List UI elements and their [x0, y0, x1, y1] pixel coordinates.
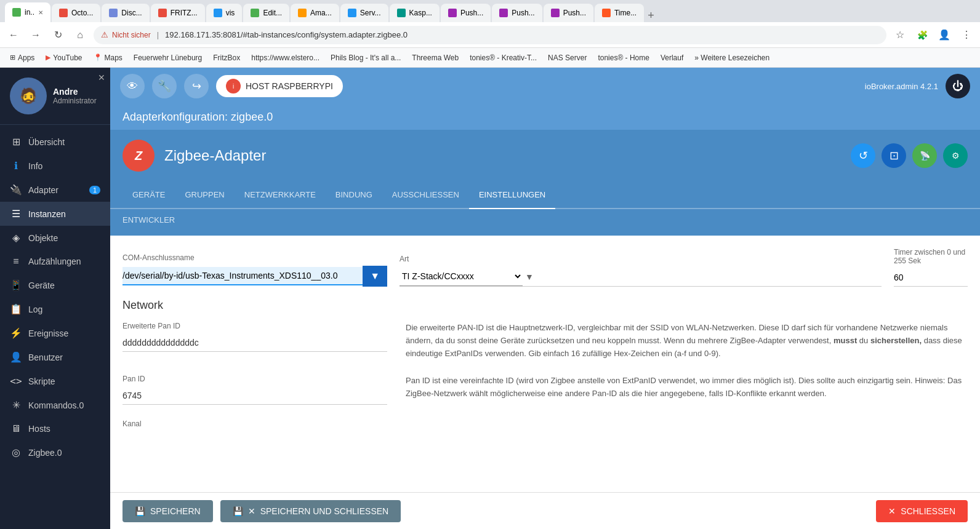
layout-btn[interactable]: ⊡	[882, 143, 906, 168]
close-button[interactable]: ✕ SCHLIESSEN	[876, 500, 968, 522]
bookmark-maps[interactable]: 📍 Maps	[89, 52, 127, 64]
tab-fritz[interactable]: FRITZ...	[151, 4, 205, 22]
tab-vis[interactable]: vis	[206, 4, 243, 22]
sidebar-item-instanzen[interactable]: ☰ Instanzen	[0, 202, 110, 226]
extensions-btn[interactable]: 🧩	[914, 26, 931, 44]
skripte-icon: <>	[10, 375, 22, 387]
tab-kasp[interactable]: Kasp...	[390, 4, 440, 22]
sidebar-label-instanzen: Instanzen	[28, 209, 66, 219]
bookmark-tonies1[interactable]: tonies® - Kreativ-T...	[465, 52, 542, 64]
home-btn[interactable]: ⌂	[71, 26, 89, 44]
bookmark-feuerwehr[interactable]: Feuerwehr Lüneburg	[129, 52, 207, 64]
address-input[interactable]: ⚠ Nicht sicher | 192.168.171.35:8081/#ta…	[94, 26, 886, 44]
back-btn[interactable]: ←	[5, 26, 22, 44]
tab-push3[interactable]: Push...	[544, 4, 593, 22]
bookmark-youtube[interactable]: ▶ YouTube	[41, 52, 87, 64]
host-btn[interactable]: i HOST RASPBERRYPI	[216, 75, 343, 97]
bookmark-phils[interactable]: Phils Blog - It's all a...	[326, 52, 406, 64]
sidebar-item-kommandos[interactable]: ✳ Kommandos.0	[0, 393, 110, 417]
sidebar-item-hosts[interactable]: 🖥 Hosts	[0, 417, 110, 440]
save-button[interactable]: 💾 SPEICHERN	[122, 500, 213, 522]
sidebar-item-info[interactable]: ℹ Info	[0, 154, 110, 178]
refresh-adapter-btn[interactable]: ↺	[851, 143, 875, 168]
sidebar-item-objekte[interactable]: ◈ Objekte	[0, 226, 110, 250]
art-label: Art	[400, 255, 882, 263]
tab-push1[interactable]: Push...	[441, 4, 491, 22]
menu-btn[interactable]: ⋮	[958, 26, 975, 44]
tab-netzwerkkarte[interactable]: NETZWERKKARTE	[235, 181, 326, 209]
sidebar-item-adapter[interactable]: 🔌 Adapter 1	[0, 178, 110, 202]
sidebar-item-zigbee[interactable]: ◎ Zigbee.0	[0, 440, 110, 464]
tab-octo[interactable]: Octo...	[52, 4, 100, 22]
sidebar-item-aufzaehlungen[interactable]: ≡ Aufzählungen	[0, 250, 110, 273]
bookmark-threema[interactable]: Threema Web	[407, 52, 464, 64]
bookmark-more[interactable]: » Weitere Lesezeichen	[689, 52, 774, 64]
bookmark-nas[interactable]: NAS Server	[543, 52, 592, 64]
kanal-row: Kanal	[122, 420, 968, 432]
geraete-icon: 📱	[10, 279, 22, 291]
art-group: Art TI Z-Stack/CCxxxx ZNP ▼	[400, 255, 882, 287]
bottom-bar: 💾 SPEICHERN 💾 ✕ SPEICHERN UND SCHLIESSEN…	[110, 492, 980, 529]
address-url-text: 192.168.171.35:8081/#tab-instances/confi…	[165, 30, 408, 39]
tab-push2[interactable]: Push...	[492, 4, 542, 22]
sidebar-item-geraete[interactable]: 📱 Geräte	[0, 273, 110, 297]
bookmark-tonies2[interactable]: tonies® - Home	[593, 52, 654, 64]
broadcast-btn[interactable]: 📡	[912, 143, 937, 168]
tab-server[interactable]: Serv...	[340, 4, 388, 22]
reload-btn[interactable]: ↻	[49, 26, 66, 44]
aufzaehlungen-icon: ≡	[10, 256, 22, 267]
tab-geraete[interactable]: GERÄTE	[122, 181, 175, 209]
bookmark-fritzbox[interactable]: FritzBox	[208, 52, 245, 64]
tab-bindung[interactable]: BINDUNG	[326, 181, 382, 209]
sidebar-label-ereignisse: Ereignisse	[28, 328, 68, 338]
tab-ausschliessen[interactable]: AUSSCHLIESSEN	[382, 181, 469, 209]
tab-entwickler[interactable]: ENTWICKLER	[122, 209, 175, 232]
com-label: COM-Anschlussname	[122, 253, 387, 262]
new-tab-btn[interactable]: +	[648, 9, 654, 22]
forward-btn[interactable]: →	[27, 26, 44, 44]
wrench-btn[interactable]: 🔧	[152, 74, 177, 98]
objekte-icon: ◈	[10, 232, 22, 244]
bookmark-elstero[interactable]: https://www.elstero...	[246, 52, 324, 64]
tab-iobroker[interactable]: in.. ✕	[5, 2, 50, 22]
sidebar-close-btn[interactable]: ✕	[98, 73, 105, 82]
tab-disc[interactable]: Disc...	[102, 4, 149, 22]
tab-einstellungen[interactable]: EINSTELLUNGEN	[469, 181, 555, 209]
tab-edit[interactable]: Edit...	[243, 4, 289, 22]
sidebar-item-benutzer[interactable]: 👤 Benutzer	[0, 345, 110, 369]
tab-amazon[interactable]: Ama...	[291, 4, 339, 22]
save-icon: 💾	[135, 506, 145, 516]
save-close-button[interactable]: 💾 ✕ SPEICHERN UND SCHLIESSEN	[220, 500, 401, 522]
sidebar-item-ereignisse[interactable]: ⚡ Ereignisse	[0, 321, 110, 345]
admin-version-label: ioBroker.admin 4.2.1	[865, 82, 938, 91]
sidebar-item-log[interactable]: 📋 Log	[0, 297, 110, 321]
sidebar-item-skripte[interactable]: <> Skripte	[0, 369, 110, 393]
adapter-badge: 1	[89, 186, 100, 194]
bookmark-apps[interactable]: ⊞ Apps	[5, 52, 39, 64]
overview-icon: ⊞	[10, 136, 22, 148]
timer-input[interactable]	[894, 269, 968, 287]
right-panel: 👁 🔧 ↪ i HOST RASPBERRYPI ioBroker.admin …	[110, 68, 980, 529]
tab-gruppen[interactable]: GRUPPEN	[175, 181, 234, 209]
art-select-wrapper: TI Z-Stack/CCxxxx ZNP ▼	[400, 267, 882, 287]
pan-id-input[interactable]	[122, 387, 387, 405]
logout-btn[interactable]: ↪	[184, 74, 209, 98]
sidebar-item-overview[interactable]: ⊞ Übersicht	[0, 130, 110, 154]
bookmark-star-btn[interactable]: ☆	[891, 26, 909, 44]
art-select[interactable]: TI Z-Stack/CCxxxx ZNP	[400, 267, 523, 286]
tab-time[interactable]: Time...	[595, 4, 644, 22]
settings2-btn[interactable]: ⚙	[943, 143, 968, 168]
sidebar-label-aufzaehlungen: Aufzählungen	[28, 257, 81, 266]
visibility-btn[interactable]: 👁	[120, 74, 145, 98]
save-label: SPEICHERN	[150, 506, 201, 516]
instanzen-icon: ☰	[10, 208, 22, 220]
bookmark-verlauf[interactable]: Verlauf	[656, 52, 688, 64]
com-dropdown-btn[interactable]: ▼	[363, 266, 387, 287]
sidebar-label-info: Info	[28, 161, 42, 171]
extended-pan-id-input[interactable]	[122, 334, 387, 352]
save-close-label: SPEICHERN UND SCHLIESSEN	[260, 506, 389, 516]
profile-btn[interactable]: 👤	[936, 26, 953, 44]
main-content: Adapterkonfiguration: zigbee.0 Z Zigbee-…	[110, 105, 980, 529]
com-input[interactable]	[122, 267, 363, 285]
power-btn[interactable]: ⏻	[946, 74, 970, 98]
